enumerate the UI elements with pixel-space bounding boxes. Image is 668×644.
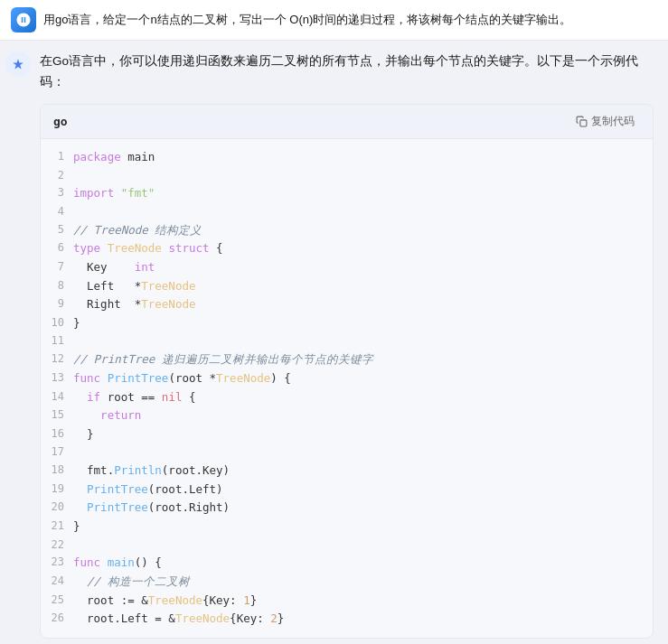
code-body: 1package main 2 3import "fmt" 4 5// Tree… [41, 139, 653, 638]
top-bar: 用go语言，给定一个n结点的二叉树，写出一个 O(n)时间的递归过程，将该树每个… [0, 0, 668, 41]
table-row: 19 PrintTree(root.Left) [41, 481, 653, 499]
table-row: 15 return [41, 406, 653, 425]
code-header: go 复制代码 [41, 105, 653, 139]
table-row: 3import "fmt" [41, 184, 653, 203]
table-row: 14 if root == nil { [41, 388, 653, 407]
table-row: 23func main() { [41, 554, 653, 573]
side-icon-1[interactable] [5, 51, 31, 77]
table-row: 9 Right *TreeNode [41, 295, 653, 314]
copy-icon [576, 116, 588, 127]
app-logo-icon [15, 12, 32, 28]
question-text: 用go语言，给定一个n结点的二叉树，写出一个 O(n)时间的递归过程，将该树每个… [43, 11, 571, 29]
table-row: 18 fmt.Println(root.Key) [41, 462, 653, 481]
svg-rect-0 [580, 120, 587, 126]
sparkle-icon [12, 58, 24, 70]
copy-label: 复制代码 [591, 114, 635, 129]
answer-intro: 在Go语言中，你可以使用递归函数来遍历二叉树的所有节点，并输出每个节点的关键字。… [40, 51, 654, 93]
copy-button[interactable]: 复制代码 [570, 112, 640, 131]
table-row: 5// TreeNode 结构定义 [41, 221, 653, 240]
table-row: 11 [41, 332, 653, 350]
table-row: 16 } [41, 425, 653, 444]
table-row: 12// PrintTree 递归遍历二叉树并输出每个节点的关键字 [41, 350, 653, 369]
table-row: 17 [41, 443, 653, 462]
code-table: 1package main 2 3import "fmt" 4 5// Tree… [41, 148, 653, 629]
table-row: 20 PrintTree(root.Right) [41, 499, 653, 518]
table-row: 10} [41, 314, 653, 333]
table-row: 13func PrintTree(root *TreeNode) { [41, 369, 653, 388]
table-row: 25 root := &TreeNode{Key: 1} [41, 592, 653, 611]
table-row: 24 // 构造一个二叉树 [41, 573, 653, 592]
app-icon [11, 7, 36, 33]
table-row: 22 [41, 537, 653, 555]
code-lang: go [53, 115, 68, 128]
table-row: 2 [41, 167, 653, 185]
table-row: 6type TreeNode struct { [41, 239, 653, 258]
table-row: 21} [41, 518, 653, 537]
table-row: 4 [41, 203, 653, 221]
table-row: 1package main [41, 148, 653, 167]
table-row: 8 Left *TreeNode [41, 277, 653, 296]
code-block: go 复制代码 1package main 2 3import "fmt" 4 [40, 104, 654, 639]
table-row: 26 root.Left = &TreeNode{Key: 2} [41, 610, 653, 629]
table-row: 7 Key int [41, 258, 653, 277]
